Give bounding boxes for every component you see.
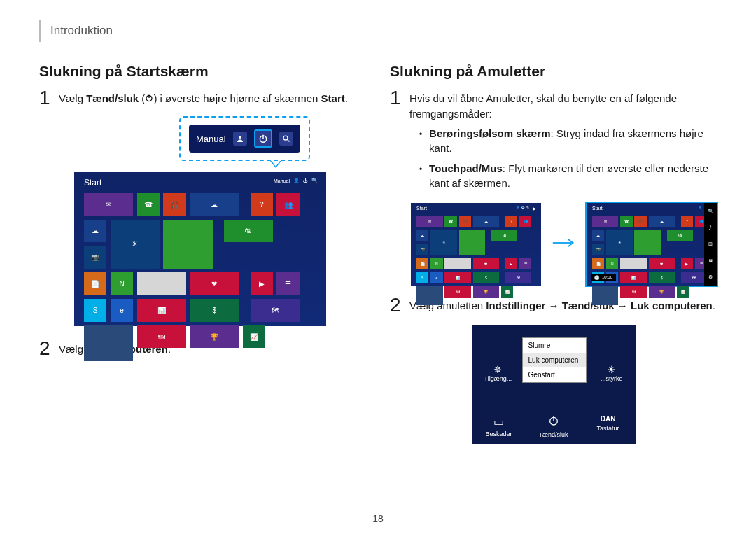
tile[interactable]: N bbox=[606, 258, 618, 269]
tile[interactable]: ? bbox=[505, 216, 517, 227]
tile[interactable]: ☁ bbox=[592, 230, 604, 241]
tile[interactable]: 📈 bbox=[677, 286, 689, 297]
breadcrumb: Introduktion bbox=[39, 20, 113, 42]
tile[interactable]: ☀ bbox=[111, 220, 160, 269]
tile[interactable]: e bbox=[430, 272, 442, 283]
tile[interactable]: 📊 bbox=[137, 299, 186, 321]
tile[interactable]: 📊 bbox=[444, 272, 470, 283]
text: . bbox=[713, 300, 715, 311]
tile[interactable]: ▶ bbox=[251, 272, 273, 295]
tile[interactable]: S bbox=[416, 272, 428, 283]
tile[interactable]: ❤ bbox=[473, 258, 499, 269]
tile[interactable]: ▶ bbox=[505, 258, 517, 269]
tile[interactable]: 🛍 bbox=[667, 230, 693, 241]
popup-item-slumre[interactable]: Slumre bbox=[523, 338, 586, 353]
tile[interactable] bbox=[416, 286, 442, 304]
tile[interactable]: ☀ bbox=[430, 230, 456, 255]
tile[interactable]: $ bbox=[649, 272, 675, 283]
tile[interactable]: 🍽 bbox=[444, 286, 470, 297]
tile[interactable]: 🎧 bbox=[459, 216, 471, 227]
tile[interactable] bbox=[459, 230, 485, 255]
tile[interactable]: ✉ bbox=[592, 216, 618, 227]
tile[interactable]: 🏆 bbox=[649, 286, 675, 297]
share-charm-icon[interactable]: ⤴ bbox=[709, 225, 712, 230]
brightness-item[interactable]: ☀...styrke bbox=[601, 364, 623, 382]
tile[interactable]: 📄 bbox=[592, 258, 604, 269]
step-body: Vælg amuletten Indstillinger → Tænd/sluk… bbox=[410, 298, 717, 314]
tile[interactable]: ☁ bbox=[416, 230, 428, 241]
tile[interactable]: 📄 bbox=[416, 258, 428, 269]
tile[interactable]: ☁ bbox=[190, 193, 239, 216]
tile[interactable]: N bbox=[430, 258, 442, 269]
tile[interactable]: 📈 bbox=[501, 286, 513, 297]
accessibility-item[interactable]: ✵Tilgæng... bbox=[484, 364, 512, 382]
tile[interactable]: 🍽 bbox=[620, 286, 646, 297]
settings-charm-icon[interactable]: ⚙ bbox=[708, 274, 713, 280]
tile[interactable] bbox=[634, 230, 660, 255]
tile[interactable]: ☰ bbox=[276, 272, 299, 295]
tile[interactable]: 🎧 bbox=[634, 216, 646, 227]
tile[interactable]: 📷 bbox=[416, 244, 428, 255]
tile[interactable]: ❤ bbox=[649, 258, 675, 269]
start-charm-icon[interactable]: ⊞ bbox=[708, 241, 713, 247]
tile[interactable]: 📈 bbox=[243, 325, 265, 348]
power-icon-highlighted[interactable] bbox=[254, 129, 272, 148]
tile[interactable]: ☎ bbox=[444, 216, 456, 227]
search-icon[interactable] bbox=[279, 132, 293, 146]
search-icon[interactable]: 🔍 bbox=[312, 178, 318, 183]
tile[interactable]: ☰ bbox=[519, 258, 531, 269]
avatar-icon[interactable] bbox=[233, 132, 247, 146]
tile[interactable]: ☎ bbox=[137, 193, 160, 216]
tile[interactable]: 👥 bbox=[519, 216, 531, 227]
tile[interactable]: e bbox=[111, 299, 133, 321]
tile[interactable]: ❤ bbox=[190, 272, 239, 295]
tile[interactable]: $ bbox=[473, 272, 499, 283]
tile[interactable]: ☁ bbox=[84, 220, 106, 242]
tile[interactable]: 🍽 bbox=[137, 325, 186, 348]
tile[interactable]: ☁ bbox=[473, 216, 499, 227]
messages-item[interactable]: ▭Beskeder bbox=[478, 415, 520, 438]
text: ( bbox=[139, 92, 145, 104]
tile[interactable] bbox=[84, 325, 133, 361]
tile[interactable]: 🗺 bbox=[251, 299, 300, 321]
start-screen-small-right: Start 👤⏻🔍 ✉☎🎧☁?👥☁☀🛍📷📄N❤▶☰Se📊$🗺🍽🏆📈 🕙 10:0… bbox=[587, 203, 717, 286]
tile[interactable]: ? bbox=[251, 193, 273, 216]
power-item[interactable]: Tænd/sluk bbox=[533, 415, 575, 438]
tile[interactable]: 🛍 bbox=[224, 220, 273, 242]
tile[interactable]: ☀ bbox=[606, 230, 632, 255]
tile[interactable]: ? bbox=[681, 216, 693, 227]
tile[interactable]: ✉ bbox=[416, 216, 442, 227]
power-icon[interactable]: ⏻ bbox=[303, 178, 308, 183]
tile[interactable]: 📷 bbox=[84, 246, 106, 269]
tile[interactable]: S bbox=[84, 299, 106, 321]
tile[interactable]: 🏆 bbox=[473, 286, 499, 297]
tile[interactable]: ✉ bbox=[84, 193, 133, 216]
tile[interactable] bbox=[163, 220, 212, 269]
tile[interactable]: 🗺 bbox=[681, 272, 707, 283]
tile[interactable]: 🏆 bbox=[190, 325, 239, 348]
tile[interactable]: ▶ bbox=[681, 258, 693, 269]
tile[interactable]: 🎧 bbox=[163, 193, 186, 216]
devices-charm-icon[interactable]: 🖥 bbox=[708, 258, 713, 263]
tile[interactable]: ☎ bbox=[620, 216, 632, 227]
label: ...styrke bbox=[601, 375, 623, 382]
keyboard-item[interactable]: DANTastatur bbox=[587, 415, 629, 438]
search-charm-icon[interactable]: 🔍 bbox=[708, 209, 714, 214]
tile[interactable]: 🛍 bbox=[491, 230, 517, 241]
tile[interactable]: 📊 bbox=[620, 272, 646, 283]
tile[interactable]: 📷 bbox=[592, 244, 604, 255]
small-screens-row: Start 👤⏻🔍➤ ✉☎🎧☁?👥☁☀🛍📷📄N❤▶☰Se📊$🗺🍽🏆📈 Start… bbox=[411, 203, 717, 286]
tile[interactable] bbox=[620, 258, 646, 269]
tile[interactable] bbox=[137, 272, 186, 295]
tile[interactable] bbox=[592, 286, 618, 304]
tile[interactable]: 🗺 bbox=[505, 272, 531, 283]
charms-bar[interactable]: 🔍 ⤴ ⊞ 🖥 ⚙ bbox=[704, 203, 717, 286]
tile[interactable]: N bbox=[111, 272, 133, 295]
tile[interactable] bbox=[444, 258, 470, 269]
mid-row: ✵Tilgæng... ☀...styrke bbox=[472, 364, 636, 382]
tile[interactable]: 👥 bbox=[276, 193, 299, 216]
tile[interactable]: ☁ bbox=[649, 216, 675, 227]
tile[interactable]: 📄 bbox=[84, 272, 106, 295]
tile[interactable]: $ bbox=[190, 299, 239, 321]
avatar-icon[interactable]: 👤 bbox=[293, 178, 300, 183]
